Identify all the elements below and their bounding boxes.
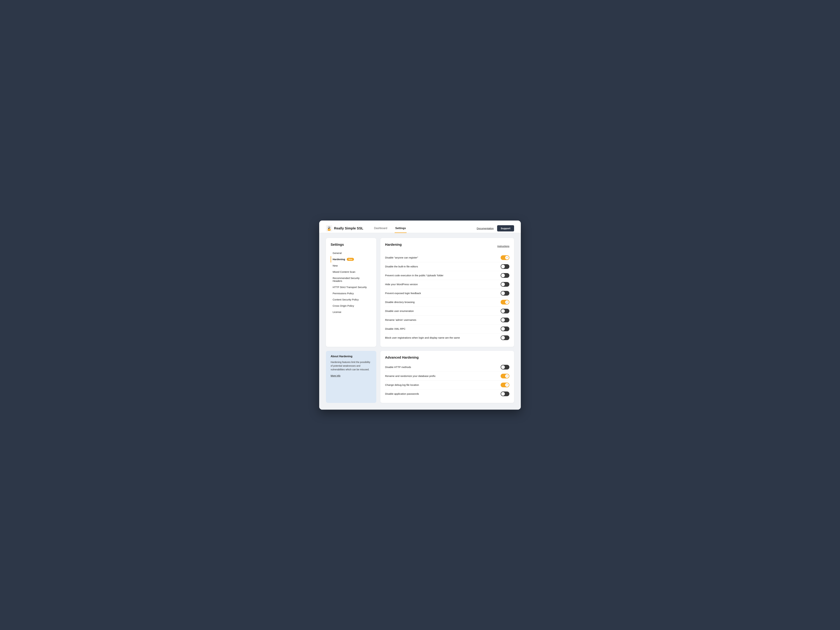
setting-label-2: Prevent code execution in the public 'Up… — [385, 274, 444, 277]
support-button[interactable]: Support — [497, 225, 514, 231]
app-window: Really Simple SSL Dashboard Settings Doc… — [319, 221, 521, 410]
main-content: Settings General Hardening New New Mixed… — [319, 233, 521, 410]
toggle-knob-8 — [501, 327, 505, 331]
instructions-link[interactable]: Instructions — [497, 245, 509, 248]
sidebar-item-hardening-label: Hardening — [333, 258, 345, 261]
setting-label-8: Disable XML-RPC — [385, 327, 406, 330]
more-info-link[interactable]: More info — [331, 374, 340, 377]
toggle-knob-4 — [501, 291, 505, 295]
adv-toggle-2[interactable]: ✓ — [501, 383, 509, 387]
settings-title: Settings — [331, 243, 372, 246]
toggle-7[interactable] — [501, 317, 509, 322]
toggle-1[interactable] — [501, 264, 509, 269]
bottom-row: About Hardening Hardening features limit… — [326, 351, 514, 403]
toggle-9[interactable] — [501, 335, 509, 340]
right-column: Hardening Instructions Disable "anyone c… — [381, 238, 514, 347]
toggle-knob-0: ✓ — [505, 256, 509, 259]
documentation-link[interactable]: Documentation — [477, 227, 494, 230]
adv-setting-row-3: Disable application passwords — [385, 390, 509, 398]
logo-area: Really Simple SSL — [326, 225, 363, 231]
sidebar-item-permissions[interactable]: Permissions Policy — [331, 290, 372, 297]
sidebar-item-hsts[interactable]: HTTP Strict Transport Security — [331, 284, 372, 290]
toggle-5[interactable]: ✓ — [501, 300, 509, 305]
setting-label-4: Prevent exposed login feedback — [385, 292, 421, 295]
tab-settings[interactable]: Settings — [395, 224, 407, 233]
toggle-knob-1 — [501, 265, 505, 268]
setting-label-3: Hide your WordPress version — [385, 283, 418, 286]
adv-toggle-knob-2: ✓ — [505, 383, 509, 387]
setting-row-6: Disable user enumeration — [385, 307, 509, 316]
adv-toggle-0[interactable] — [501, 365, 509, 369]
setting-label-1: Disable the built-in file editors — [385, 265, 418, 268]
setting-label-9: Block user registrations when login and … — [385, 336, 460, 339]
hardening-card: Hardening Instructions Disable "anyone c… — [381, 238, 514, 347]
sidebar-item-security-headers[interactable]: Recommended Security Headers — [331, 275, 372, 284]
nav-tabs: Dashboard Settings — [373, 224, 477, 233]
hardening-title: Hardening — [385, 243, 402, 246]
adv-toggle-3[interactable] — [501, 392, 509, 396]
sidebar-nav: General Hardening New New Mixed Content … — [331, 250, 372, 315]
adv-toggle-check-2: ✓ — [506, 384, 508, 386]
header-actions: Documentation Support — [477, 225, 514, 231]
adv-toggle-1[interactable]: ✓ — [501, 374, 509, 378]
setting-row-8: Disable XML-RPC — [385, 324, 509, 333]
toggle-knob-2 — [501, 273, 505, 277]
sidebar-item-cors[interactable]: Cross Origin Policy — [331, 303, 372, 309]
toggle-0[interactable]: ✓ — [501, 255, 509, 260]
toggle-knob-9 — [501, 336, 505, 339]
toggle-check-0: ✓ — [506, 256, 508, 259]
setting-label-5: Disable directory browsing — [385, 301, 415, 303]
adv-setting-row-1: Rename and randomize your database prefi… — [385, 372, 509, 381]
badge-new: New — [347, 258, 354, 261]
toggle-8[interactable] — [501, 327, 509, 331]
adv-setting-label-3: Disable application passwords — [385, 392, 419, 395]
about-card: About Hardening Hardening features limit… — [326, 351, 376, 403]
toggle-knob-5: ✓ — [505, 300, 509, 304]
sidebar-item-hardening[interactable]: Hardening New — [331, 256, 372, 262]
setting-label-7: Rename 'admin' usernames — [385, 319, 416, 321]
hardening-header: Hardening Instructions — [385, 243, 509, 250]
setting-row-0: Disable "anyone can register" ✓ — [385, 253, 509, 262]
advanced-hardening-card: Advanced Hardening Disable HTTP methods … — [381, 351, 514, 403]
toggle-knob-3 — [501, 283, 505, 286]
toggle-knob-6 — [501, 309, 505, 313]
adv-toggle-knob-0 — [501, 365, 505, 369]
toggle-3[interactable] — [501, 282, 509, 287]
tab-dashboard[interactable]: Dashboard — [373, 224, 388, 233]
setting-row-1: Disable the built-in file editors — [385, 262, 509, 271]
header: Really Simple SSL Dashboard Settings Doc… — [319, 221, 521, 233]
adv-toggle-knob-3 — [501, 392, 505, 396]
content-grid: Settings General Hardening New New Mixed… — [326, 238, 514, 347]
setting-label-0: Disable "anyone can register" — [385, 256, 418, 259]
toggle-check-5: ✓ — [506, 301, 508, 303]
setting-row-3: Hide your WordPress version — [385, 280, 509, 289]
setting-label-6: Disable user enumeration — [385, 309, 414, 313]
toggle-2[interactable] — [501, 273, 509, 278]
settings-sidebar-card: Settings General Hardening New New Mixed… — [326, 238, 376, 347]
logo-icon — [326, 225, 332, 231]
about-title: About Hardening — [331, 355, 372, 358]
setting-row-4: Prevent exposed login feedback — [385, 289, 509, 298]
adv-toggle-knob-1: ✓ — [505, 374, 509, 378]
adv-setting-row-0: Disable HTTP methods — [385, 363, 509, 372]
adv-setting-label-0: Disable HTTP methods — [385, 366, 411, 368]
sidebar-item-new[interactable]: New — [331, 262, 372, 269]
adv-toggle-check-1: ✓ — [506, 375, 508, 377]
sidebar-item-csp[interactable]: Content Security Policy — [331, 297, 372, 303]
adv-setting-row-2: Change debug.log file location ✓ — [385, 381, 509, 390]
sidebar-item-mixed-content[interactable]: Mixed Content Scan — [331, 269, 372, 275]
setting-row-9: Block user registrations when login and … — [385, 333, 509, 342]
setting-row-5: Disable directory browsing ✓ — [385, 298, 509, 307]
sidebar-item-general[interactable]: General — [331, 250, 372, 256]
about-text: Hardening features limit the possibility… — [331, 360, 372, 371]
toggle-knob-7 — [501, 318, 505, 322]
toggle-6[interactable] — [501, 309, 509, 313]
advanced-hardening-title: Advanced Hardening — [385, 355, 509, 359]
toggle-4[interactable] — [501, 291, 509, 295]
adv-setting-label-1: Rename and randomize your database prefi… — [385, 374, 436, 377]
sidebar-item-license[interactable]: License — [331, 309, 372, 315]
adv-setting-label-2: Change debug.log file location — [385, 384, 419, 386]
setting-row-2: Prevent code execution in the public 'Up… — [385, 271, 509, 280]
logo-title: Really Simple SSL — [334, 226, 363, 230]
setting-row-7: Rename 'admin' usernames — [385, 316, 509, 324]
